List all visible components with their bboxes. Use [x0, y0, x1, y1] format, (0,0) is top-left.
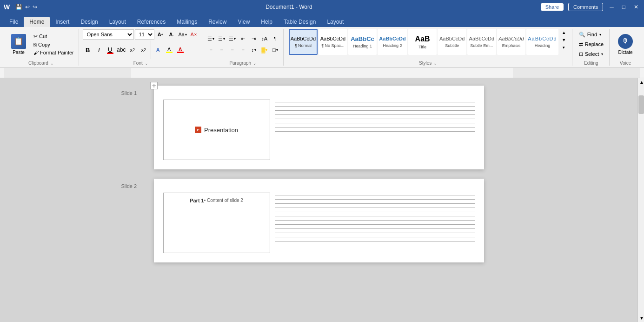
tab-tablelayout[interactable]: Layout	[321, 17, 349, 27]
find-icon: 🔍	[579, 32, 585, 38]
slide2-area: Part 1 • Content of slide 2	[163, 193, 475, 253]
copy-button[interactable]: ⎘ Copy	[32, 41, 76, 48]
bullets-button[interactable]: ☰▾	[206, 34, 216, 44]
style-subtleemphasis-preview: AaBbCcDd	[469, 36, 494, 42]
editing-group: 🔍 Find ▾ ⇄ Replace ⊡ Select ▾ Editing	[573, 29, 610, 66]
styles-scroll-up[interactable]: ▲	[560, 29, 568, 36]
change-case-button[interactable]: Aa▾	[178, 29, 188, 40]
dictate-button[interactable]: 🎙 Dictate	[613, 31, 637, 58]
style-heading1[interactable]: AaBbCc Heading 1	[348, 29, 377, 55]
slide1-label: Slide 1	[121, 90, 137, 96]
superscript-button[interactable]: x2	[139, 45, 149, 55]
font-expand-icon[interactable]: ⌄	[145, 61, 148, 66]
font-row-top: Open Sans Arial Calibri 11 10 12 14 A+ A…	[83, 29, 199, 40]
undo-icon[interactable]: ↩	[25, 4, 30, 10]
minimize-icon[interactable]: ─	[608, 4, 616, 10]
font-size-select[interactable]: 11 10 12 14	[135, 29, 154, 40]
subscript-button[interactable]: x2	[127, 45, 138, 55]
style-heading[interactable]: AaBbCcDd Heading	[526, 29, 558, 55]
styles-scroll-down[interactable]: ▼	[560, 36, 568, 44]
redo-icon[interactable]: ↪	[33, 4, 37, 10]
clipboard-expand-icon[interactable]: ⌄	[50, 61, 54, 66]
style-emphasis[interactable]: AaBbCcDd Emphasis	[497, 29, 526, 55]
align-center-button[interactable]: ≡	[217, 45, 227, 55]
underline-button[interactable]: U	[105, 45, 115, 55]
decrease-indent-button[interactable]: ⇤	[238, 34, 248, 44]
tab-home[interactable]: Home	[24, 17, 50, 27]
copy-label: Copy	[38, 42, 50, 47]
scrollbar-thumb[interactable]	[638, 95, 644, 114]
line-spacing-button[interactable]: ↕▾	[249, 45, 259, 55]
paste-button[interactable]: 📋 Paste	[7, 31, 31, 58]
shading-button[interactable]: ▓▾	[259, 45, 270, 55]
align-left-button[interactable]: ≡	[206, 45, 216, 55]
style-title[interactable]: AaB Title	[408, 29, 437, 55]
tab-layout[interactable]: Layout	[104, 17, 132, 27]
slide2-line5	[275, 212, 475, 212]
comments-button[interactable]: Comments	[568, 3, 603, 11]
slide2-content: • Content of slide 2	[204, 198, 243, 203]
font-color-button[interactable]: A	[175, 45, 186, 55]
scroll-down-button[interactable]: ▼	[638, 314, 644, 322]
tab-insert[interactable]: Insert	[50, 17, 75, 27]
style-subtleemphasis[interactable]: AaBbCcDd Subtle Em...	[467, 29, 496, 55]
vertical-scrollbar[interactable]: ▲ ▼	[637, 78, 644, 322]
editing-group-label: Editing	[584, 60, 598, 66]
style-nospacing-preview: AaBbCcDd	[320, 36, 345, 42]
bold-button[interactable]: B	[83, 45, 93, 55]
strikethrough-button[interactable]: abc	[116, 45, 126, 55]
text-effects-button[interactable]: A	[153, 45, 163, 55]
tab-mailings[interactable]: Mailings	[171, 17, 203, 27]
style-heading2[interactable]: AaBbCcDd Heading 2	[378, 29, 407, 55]
close-icon[interactable]: ✕	[632, 4, 640, 10]
multilevel-button[interactable]: ☰▾	[227, 34, 238, 44]
style-normal[interactable]: AaBbCcDd ¶ Normal	[289, 29, 318, 55]
maximize-icon[interactable]: □	[620, 4, 627, 10]
tab-design[interactable]: Design	[75, 17, 103, 27]
tab-review[interactable]: Review	[203, 17, 232, 27]
styles-more[interactable]: ▾	[560, 44, 568, 51]
align-right-button[interactable]: ≡	[227, 45, 238, 55]
find-button[interactable]: 🔍 Find ▾	[576, 30, 606, 39]
styles-expand-icon[interactable]: ⌄	[433, 61, 437, 66]
slide1-move-handle[interactable]: ✛	[150, 82, 158, 89]
select-button[interactable]: ⊡ Select ▾	[576, 50, 606, 59]
share-button[interactable]: Share	[541, 3, 564, 11]
font-name-select[interactable]: Open Sans Arial Calibri	[83, 29, 134, 40]
tab-help[interactable]: Help	[255, 17, 278, 27]
replace-button[interactable]: ⇄ Replace	[576, 40, 606, 49]
format-painter-button[interactable]: 🖌 Format Painter	[32, 49, 76, 56]
justify-button[interactable]: ≡	[238, 45, 248, 55]
scroll-up-button[interactable]: ▲	[638, 78, 644, 86]
borders-button[interactable]: □▾	[270, 45, 280, 55]
font-content: Open Sans Arial Calibri 11 10 12 14 A+ A…	[83, 29, 199, 60]
select-dropdown-icon: ▾	[601, 52, 603, 56]
style-nospacing[interactable]: AaBbCcDd ¶ No Spac...	[319, 29, 347, 55]
slide2-title: Part 1	[190, 198, 204, 203]
slide1-line3	[275, 110, 475, 111]
slide1-line1	[275, 102, 475, 102]
shrink-font-button[interactable]: A-	[166, 29, 177, 40]
sort-button[interactable]: ↕A	[259, 34, 270, 44]
slide1-line4	[275, 114, 475, 115]
show-hide-button[interactable]: ¶	[270, 34, 280, 44]
italic-button[interactable]: I	[94, 45, 104, 55]
paragraph-expand-icon[interactable]: ⌄	[253, 61, 257, 66]
clear-formatting-button[interactable]: A✕	[189, 29, 199, 40]
grow-font-button[interactable]: A+	[155, 29, 166, 40]
style-subtitle[interactable]: AaBbCcDd Subtitle	[438, 29, 466, 55]
tab-file[interactable]: File	[4, 17, 24, 27]
title-bar: W 💾 ↩ ↪ Document1 - Word Share Comments …	[0, 0, 644, 14]
select-icon: ⊡	[579, 51, 583, 57]
cut-button[interactable]: ✂ Cut	[32, 33, 76, 40]
numbering-button[interactable]: ☰▾	[217, 34, 227, 44]
highlight-color-button[interactable]: A	[164, 45, 174, 55]
tab-view[interactable]: View	[232, 17, 256, 27]
tab-tabledesign[interactable]: Table Design	[278, 17, 321, 27]
styles-content: AaBbCcDd ¶ Normal AaBbCcDd ¶ No Spac... …	[289, 29, 568, 60]
save-icon[interactable]: 💾	[15, 4, 22, 10]
document-container[interactable]: ✛ Slide 1 P Presentation	[0, 78, 637, 322]
tab-references[interactable]: References	[132, 17, 171, 27]
increase-indent-button[interactable]: ⇥	[249, 34, 259, 44]
style-subtitle-preview: AaBbCcDd	[439, 36, 465, 42]
